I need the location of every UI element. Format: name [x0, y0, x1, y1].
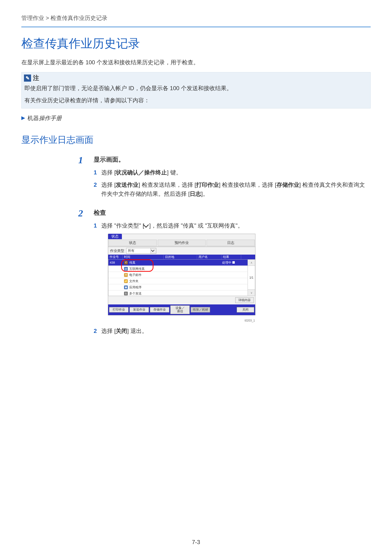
figure-code: t0203_1 [108, 319, 255, 322]
ui-bottom-tab-send[interactable]: 发送作业 [129, 307, 149, 312]
ui-jobtype-label: 作业类型 [110, 249, 124, 253]
page-title: 检查传真作业历史记录 [21, 36, 371, 51]
step-1: 1 显示画面。 1 选择 [状况确认／操作终止] 键。 2 选择 [发送作业] … [78, 155, 371, 202]
ui-bottom-tab-store[interactable]: 存储作业 [150, 307, 169, 312]
ui-table-header: 作业号 时间 目的地 用户名 结果 [108, 255, 255, 259]
internet-fax-icon: @ [124, 267, 128, 271]
ui-scroll-down[interactable]: ∨ [248, 290, 255, 296]
ui-row-option-email[interactable]: ✉电子邮件 [108, 272, 248, 278]
multi-send-icon: ⎘ [124, 292, 128, 295]
ui-th-dest: 目的地 [164, 255, 197, 259]
note-label: 注 [33, 74, 39, 82]
ui-row-option-folder[interactable]: 📁文件夹 [108, 278, 248, 284]
ui-cell-jobno: 438 [108, 261, 123, 264]
device-ui-figure: 状态 状态 预约作业 日志 作业类型 所有 作业号 时间 目的地 [108, 234, 255, 315]
arrow-icon [21, 116, 25, 120]
ui-jobtype-value: 所有 [126, 249, 150, 253]
sub-num: 2 [94, 180, 98, 199]
ui-row-option-multi[interactable]: ⎘多个发送 [108, 290, 248, 297]
folder-icon: 📁 [124, 279, 128, 283]
ui-detail-button[interactable]: 详细内容 [235, 297, 254, 303]
step-2-item-2: 2 选择 [关闭] 退出。 [94, 327, 371, 336]
intro-paragraph: 在显示屏上显示最近的各 100 个发送和接收结果历史记录，用于检查。 [21, 58, 371, 66]
step-number-2: 2 [78, 209, 85, 339]
ui-cell-result: 处理中 [222, 261, 231, 264]
step-2-title: 检查 [94, 209, 371, 217]
section-title: 显示作业日志画面 [21, 134, 371, 146]
reference-prefix: 机器 [28, 115, 39, 121]
sub-num: 1 [94, 221, 98, 230]
note-line-2: 有关作业历史记录检查的详情，请参阅以下内容： [24, 96, 368, 105]
ui-page-indicator: 1/1 [248, 266, 255, 290]
ui-th-result: 结果 [221, 255, 241, 259]
note-box: ✎ 注 即使启用了部门管理，无论是否输入帐户 ID，仍会显示各 100 个发送和… [21, 72, 371, 109]
step-1-title: 显示画面。 [94, 155, 371, 164]
note-line-1: 即使启用了部门管理，无论是否输入帐户 ID，仍会显示各 100 个发送和接收结果… [24, 84, 368, 93]
step-2-item-1: 1 选择 "作业类型" []，然后选择 "传真" 或 "互联网传真"。 [94, 221, 371, 230]
ui-th-time: 时间 [123, 255, 164, 259]
step-1-item-1: 1 选择 [状况确认／操作终止] 键。 [94, 168, 371, 177]
ui-row-option-app[interactable]: ▣应用程序 [108, 284, 248, 290]
ui-th-user: 用户名 [197, 255, 221, 259]
step-number-1: 1 [78, 155, 85, 202]
sub-num: 1 [94, 168, 98, 177]
breadcrumb: 管理作业 > 检查传真作业历史记录 [21, 14, 371, 27]
reference-row: 机器操作手册 [21, 114, 371, 122]
ui-bottom-tab-print[interactable]: 打印作业 [109, 307, 128, 312]
ui-option-fax: 传真 [129, 261, 135, 265]
step-2: 2 检查 1 选择 "作业类型" []，然后选择 "传真" 或 "互联网传真"。… [78, 209, 371, 339]
sub-num: 2 [94, 327, 98, 336]
reference-manual: 操作手册 [39, 115, 62, 121]
section-divider [21, 27, 371, 27]
chevron-down-icon [151, 248, 154, 252]
ui-status-tab[interactable]: 状态 [108, 234, 122, 239]
ui-row-option-ifax[interactable]: @互联网传真 [108, 266, 248, 272]
fax-icon: ✆ [124, 261, 128, 265]
ui-scrollbar: ∧ 1/1 ∨ [248, 260, 255, 296]
page-number: 7-3 [0, 539, 392, 546]
application-icon: ▣ [124, 285, 128, 289]
ui-bottom-tab-paper[interactable]: 纸张／耗材 [191, 307, 210, 312]
ui-bottom-close-button[interactable]: 关闭 [237, 307, 254, 312]
step-1-item-2: 2 选择 [发送作业] 检查发送结果，选择 [打印作业] 检查接收结果，选择 [… [94, 180, 371, 199]
ui-jobtype-select[interactable]: 所有 [126, 248, 156, 254]
ui-tab-reserved[interactable]: 预约作业 [158, 240, 206, 246]
ui-tab-log[interactable]: 日志 [207, 240, 255, 246]
ui-job-list: 438 ✆传真 处理中 @互联网传真 ✉电子邮件 [108, 259, 255, 296]
ui-scroll-up[interactable]: ∧ [248, 260, 255, 266]
note-icon: ✎ [24, 74, 31, 82]
email-icon: ✉ [124, 273, 128, 277]
ui-bottom-tab-device[interactable]: 设备／ 通信 [170, 305, 190, 314]
ui-th-jobno: 作业号 [108, 255, 123, 259]
ui-jobtype-dropdown-button[interactable] [150, 248, 156, 253]
ui-row-selected[interactable]: 438 ✆传真 处理中 [108, 260, 248, 266]
ui-tab-status[interactable]: 状态 [109, 240, 157, 246]
